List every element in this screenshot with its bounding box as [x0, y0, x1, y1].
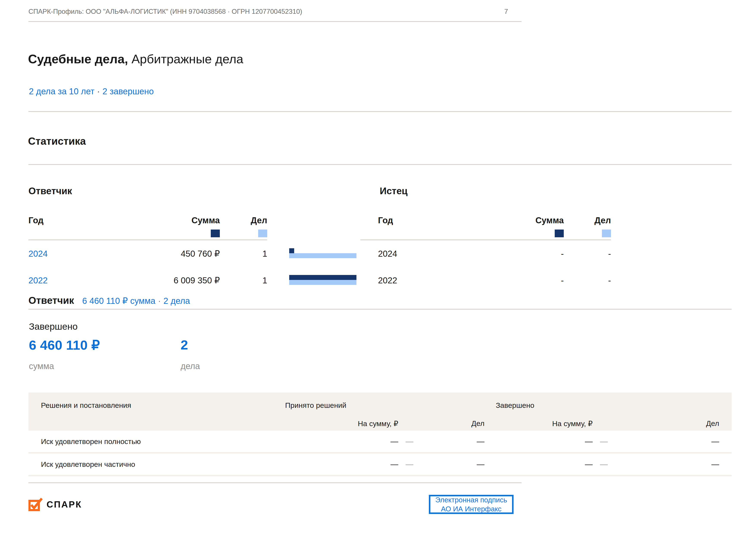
accepted-cases-dash: — [424, 460, 484, 469]
cases-value: - [564, 276, 611, 285]
sub-cases-label: Дел [706, 419, 719, 428]
completed-label: Завершено [29, 321, 78, 332]
cases-legend-swatch [258, 230, 267, 237]
section-divider [28, 111, 732, 112]
sub-sum-label: На сумму, ₽ [552, 419, 593, 428]
group-completed-label: Завершено [496, 401, 534, 410]
table-row: Иск удовлетворен полностью — — — — — — [28, 431, 732, 453]
defendant-total-line: Ответчик 6 460 110 ₽ сумма · 2 дела [28, 294, 190, 306]
accepted-cases-dash: — [424, 437, 484, 446]
completed-cases-dash: — [618, 460, 719, 469]
sum-value: 450 760 ₽ [166, 249, 220, 259]
group-accepted-label: Принято решений [285, 401, 346, 410]
accepted-sum-dash: — [287, 437, 398, 446]
statistics-heading: Статистика [28, 135, 86, 147]
cases-legend-swatch [602, 230, 611, 237]
defendant-legend [28, 230, 267, 237]
defendant-table-header: Год Сумма Дел [28, 215, 267, 225]
spark-logo: СПАРК [28, 497, 82, 512]
plaintiff-legend [360, 230, 611, 237]
completed-sum-dash: — [484, 437, 593, 446]
sum-legend-swatch [555, 230, 564, 237]
cases-bar [289, 253, 357, 258]
spark-logo-text: СПАРК [46, 499, 82, 510]
year-link-2022[interactable]: 2022 [28, 276, 166, 285]
cases-value: 1 [220, 276, 267, 285]
decisions-table: Решения и постановления Принято решений … [28, 393, 732, 476]
completed-cases-value: 2 [180, 337, 188, 352]
summary-links: 2 дела за 10 лет·2 завершено [29, 87, 154, 96]
decisions-label-col: Решения и постановления [41, 401, 131, 410]
dot-separator: · [155, 296, 163, 306]
plaintiff-table: Год Сумма Дел 2024 - - 2022 - - [360, 215, 611, 294]
spark-checkbox-icon [28, 497, 43, 512]
decision-row-label: Иск удовлетворен полностью [28, 437, 287, 446]
sum-value: - [510, 276, 564, 285]
defendant-total-label: Ответчик [28, 294, 74, 306]
completed-sum-dash: — [484, 460, 593, 469]
col-cases-label: Дел [220, 215, 267, 225]
electronic-signature-stamp: Электронная подпись АО ИА Интерфакс [429, 495, 514, 514]
year-value: 2022 [360, 276, 510, 285]
defendant-table: Год Сумма Дел 2024 450 760 ₽ 1 2022 6 00… [28, 215, 267, 294]
page-title-main: Судебные дела, [28, 52, 128, 66]
completed-sum-caption: сумма [29, 361, 54, 371]
table-row: 2024 - - [360, 240, 611, 267]
completed-cases-dash: — [618, 437, 719, 446]
cases-value: 1 [220, 249, 267, 259]
col-sum-label: Сумма [510, 215, 564, 225]
cases-count-link[interactable]: 2 дела за 10 лет [29, 87, 94, 96]
page-title-sub: Арбитражные дела [128, 52, 243, 66]
total-sum-link[interactable]: 6 460 110 ₽ сумма [82, 296, 155, 306]
defendant-heading: Ответчик [28, 186, 72, 196]
completed-sum-value: 6 460 110 ₽ [29, 337, 100, 353]
signature-line2: АО ИА Интерфакс [441, 504, 501, 513]
sum-value: - [510, 249, 564, 259]
defendant-bar-chart [289, 240, 357, 293]
table-row: 2022 - - [360, 267, 611, 294]
document-header: СПАРК-Профиль: ООО "АЛЬФА-ЛОГИСТИК" (ИНН… [28, 8, 302, 15]
cases-bar [289, 280, 357, 285]
sum-legend-swatch [211, 230, 220, 237]
completed-sum-secondary-dash: — [593, 437, 618, 446]
table-row: 2024 450 760 ₽ 1 [28, 240, 267, 267]
year-value: 2024 [360, 249, 510, 259]
page-number: 7 [504, 8, 508, 15]
decision-row-label: Иск удовлетворен частично [28, 460, 287, 469]
completed-cases-caption: дела [180, 361, 200, 371]
sub-sum-label: На сумму, ₽ [358, 419, 398, 428]
year-link-2024[interactable]: 2024 [28, 249, 166, 259]
header-divider [28, 21, 522, 22]
accepted-sum-secondary-dash: — [398, 437, 424, 446]
statistics-divider [28, 164, 732, 165]
completed-sum-secondary-dash: — [593, 460, 618, 469]
sum-value: 6 009 350 ₽ [166, 275, 220, 285]
completed-count-link[interactable]: 2 завершено [103, 87, 154, 96]
cases-value: - [564, 249, 611, 259]
accepted-sum-secondary-dash: — [398, 460, 424, 469]
table-row: Иск удовлетворен частично — — — — — — [28, 453, 732, 476]
accepted-sum-dash: — [287, 460, 398, 469]
decisions-table-header: Решения и постановления Принято решений … [28, 393, 732, 431]
footer-divider [28, 482, 522, 483]
plaintiff-heading: Истец [380, 186, 408, 196]
col-cases-label: Дел [564, 215, 611, 225]
page-title: Судебные дела, Арбитражные дела [28, 52, 243, 66]
bar-row-2024 [289, 240, 357, 267]
sum-bar [289, 248, 294, 253]
total-cases-link[interactable]: 2 дела [163, 296, 190, 306]
plaintiff-table-header: Год Сумма Дел [360, 215, 611, 225]
col-sum-label: Сумма [166, 215, 220, 225]
col-year-label: Год [28, 215, 166, 225]
spark-profile-page: СПАРК-Профиль: ООО "АЛЬФА-ЛОГИСТИК" (ИНН… [0, 0, 756, 534]
sub-cases-label: Дел [471, 419, 484, 428]
col-year-label: Год [360, 215, 510, 225]
table-row: 2022 6 009 350 ₽ 1 [28, 267, 267, 294]
dot-separator: · [94, 87, 102, 96]
signature-line1: Электронная подпись [435, 496, 507, 504]
sum-bar [289, 275, 357, 280]
total-divider [28, 309, 732, 310]
bar-row-2022 [289, 267, 357, 293]
